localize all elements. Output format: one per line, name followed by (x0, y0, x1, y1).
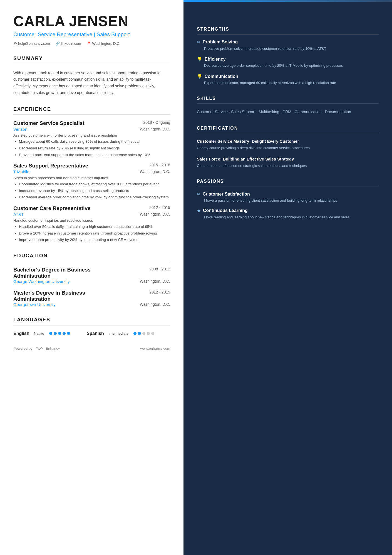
email-icon: @ (13, 41, 17, 46)
location-contact: 📍 Washington, D.C. (87, 41, 120, 46)
job-2-location: Washington, D.C. (140, 169, 170, 174)
contact-line: @ help@enhancv.com 🔗 linkedin.com 📍 Wash… (13, 41, 170, 46)
summary-title: SUMMARY (13, 56, 170, 61)
passions-title: PASSIONS (197, 179, 379, 184)
footer-brand: Powered by Enhancv (13, 346, 60, 351)
spanish-level: Intermediate (108, 331, 128, 336)
edu-entry-2: Master's Degree in Business Administrati… (13, 290, 170, 307)
job-2-dates: 2015 - 2018 (149, 163, 170, 167)
email-contact: @ help@enhancv.com (13, 41, 50, 46)
spanish-dot-5 (151, 332, 154, 335)
job-1-title: Customer Service Specialist (13, 120, 85, 126)
edu-2-school: Georgetown University (13, 302, 56, 307)
job-2-desc: Aided in sales processes and handled cus… (13, 176, 170, 180)
english-dot-4 (63, 332, 66, 335)
job-2-bullet-3: Decreased average order completion time … (19, 194, 170, 200)
education-section: EDUCATION Bachelor's Degree in Business … (13, 253, 170, 307)
languages-divider (13, 325, 170, 325)
enhancv-logo-icon (35, 346, 44, 351)
candidate-title: Customer Service Representative | Sales … (13, 31, 170, 38)
edu-1-dates: 2008 - 2012 (149, 267, 170, 271)
job-2-bullet-1: Coordinated logistics for local trade sh… (19, 181, 170, 187)
cert-2-desc: Coursera course focused on strategic sal… (197, 163, 379, 169)
footer: Powered by Enhancv www.enhancv.com (13, 346, 170, 351)
strength-item-1: ✏ Problem Solving Proactive problem solv… (197, 40, 379, 52)
job-2-bullets: Coordinated logistics for local trade sh… (13, 181, 170, 200)
passion-item-1: ✏ Customer Satisfaction I have a passion… (197, 191, 379, 204)
cert-item-1: Customer Service Mastery: Delight Every … (197, 138, 379, 151)
job-1-bullet-1: Managed about 60 calls daily, resolving … (19, 139, 170, 145)
summary-divider (13, 64, 170, 64)
cert-1-desc: Udemy course providing a deep dive into … (197, 145, 379, 151)
right-column: STRENGTHS ✏ Problem Solving Proactive pr… (183, 0, 392, 555)
strength-1-header: ✏ Problem Solving (197, 40, 379, 45)
skills-section: SKILLS Customer Service · Sales Support … (197, 96, 379, 116)
strength-1-desc: Proactive problem solver, increased cust… (197, 46, 379, 52)
customer-satisfaction-icon: ✏ (197, 191, 200, 197)
edu-2-dates: 2012 - 2015 (149, 290, 170, 294)
experience-divider (13, 114, 170, 115)
location-icon: 📍 (87, 41, 91, 46)
english-dots (49, 332, 70, 335)
cert-1-title: Customer Service Mastery: Delight Every … (197, 138, 379, 144)
job-3-header: Customer Care Representative 2012 - 2015 (13, 205, 170, 211)
skills-title: SKILLS (197, 96, 379, 101)
powered-by-label: Powered by (13, 346, 33, 351)
spanish-dots (133, 332, 154, 335)
strength-item-2: 💡 Efficiency Decreased average order com… (197, 56, 379, 69)
job-1-bullet-2: Decreased return rate by 20% resulting i… (19, 145, 170, 151)
communication-icon: 💡 (197, 74, 202, 79)
edu-1-sub: George Washington University Washington,… (13, 279, 170, 284)
job-3-company: AT&T (13, 212, 24, 217)
languages-title: LANGUAGES (13, 317, 170, 323)
spanish-dot-3 (142, 332, 145, 335)
strength-2-header: 💡 Efficiency (197, 56, 379, 62)
passions-divider (197, 186, 379, 187)
certification-title: CERTIFICATION (197, 126, 379, 131)
job-1-header: Customer Service Specialist 2018 - Ongoi… (13, 120, 170, 126)
job-3-desc: Handled customer inquiries and resolved … (13, 218, 170, 223)
passion-item-2: ★ Continuous Learning I love reading and… (197, 208, 379, 220)
edu-2-header: Master's Degree in Business Administrati… (13, 290, 170, 302)
continuous-learning-icon: ★ (197, 208, 201, 213)
english-dot-2 (54, 332, 57, 335)
linkedin-icon: 🔗 (55, 41, 60, 46)
job-2-company: T-Mobile (13, 169, 29, 174)
email-value: help@enhancv.com (18, 41, 50, 46)
job-1-bullets: Managed about 60 calls daily, resolving … (13, 139, 170, 158)
job-3-dates: 2012 - 2015 (149, 205, 170, 210)
english-dot-1 (49, 332, 52, 335)
problem-solving-icon: ✏ (197, 40, 200, 45)
english-level: Native (34, 331, 44, 336)
strength-3-name: Communication (205, 74, 238, 79)
spanish-name: Spanish (87, 331, 104, 336)
job-3-sub: AT&T Washington, D.C. (13, 212, 170, 217)
linkedin-contact: 🔗 linkedin.com (55, 41, 81, 46)
spanish-dot-2 (138, 332, 141, 335)
cert-2-title: Sales Force: Building an Effective Sales… (197, 156, 379, 162)
spanish-dot-1 (133, 332, 137, 335)
edu-2-location: Washington, D.C. (140, 302, 170, 307)
job-2-title: Sales Support Representative (13, 163, 88, 169)
job-3-bullet-3: Improved team productivity by 20% by imp… (19, 237, 170, 243)
experience-section: EXPERIENCE Customer Service Specialist 2… (13, 106, 170, 243)
summary-text: With a proven track record in customer s… (13, 70, 170, 96)
strengths-title: STRENGTHS (197, 27, 379, 32)
job-3-bullets: Handled over 50 calls daily, maintaining… (13, 224, 170, 243)
strength-2-name: Efficiency (205, 57, 226, 62)
job-3-location: Washington, D.C. (140, 212, 170, 217)
efficiency-icon: 💡 (197, 56, 202, 62)
location-value: Washington, D.C. (92, 41, 120, 46)
passion-2-name: Continuous Learning (203, 208, 248, 213)
strength-3-header: 💡 Communication (197, 74, 379, 79)
edu-1-school: George Washington University (13, 279, 70, 284)
brand-name: Enhancv (46, 346, 60, 351)
job-1-bullet-3: Provided back-end support to the sales t… (19, 152, 170, 158)
job-2-header: Sales Support Representative 2015 - 2018 (13, 163, 170, 169)
job-2-sub: T-Mobile Washington, D.C. (13, 169, 170, 174)
job-3-bullet-2: Drove a 10% increase in customer retenti… (19, 230, 170, 236)
certification-divider (197, 133, 379, 134)
top-accent-bar (183, 0, 392, 2)
strength-2-desc: Decreased average order completion time … (197, 63, 379, 69)
language-english: English Native (13, 331, 70, 336)
